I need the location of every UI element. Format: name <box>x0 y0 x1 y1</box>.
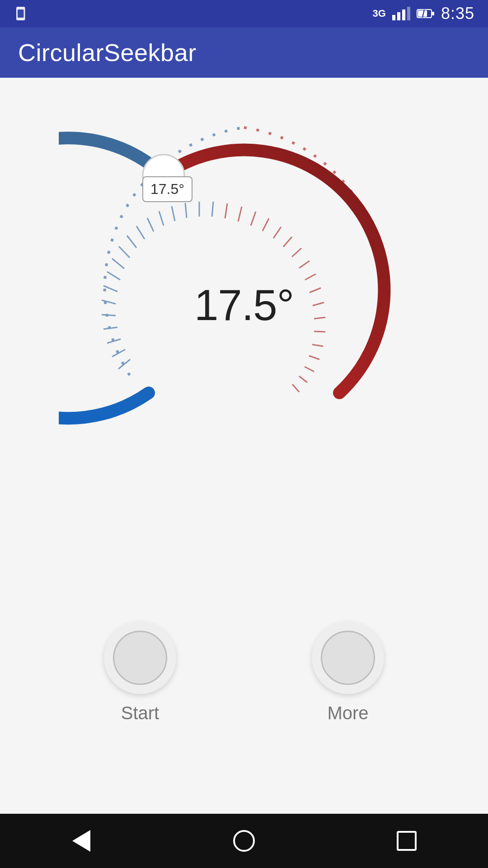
svg-rect-7 <box>432 12 434 15</box>
svg-line-14 <box>102 315 116 316</box>
svg-line-32 <box>273 227 281 238</box>
svg-line-21 <box>136 226 145 239</box>
gauge-center-value: 17.5° <box>194 280 294 330</box>
gauge-tooltip-value: 17.5° <box>150 181 184 197</box>
svg-line-25 <box>185 203 187 218</box>
svg-line-30 <box>251 212 256 226</box>
svg-line-24 <box>172 206 175 221</box>
main-content: 17.5° 17.5° Start More <box>0 78 488 814</box>
svg-line-18 <box>112 259 124 269</box>
nav-recents-button[interactable] <box>389 823 425 859</box>
svg-line-27 <box>212 202 213 217</box>
svg-line-40 <box>314 331 325 332</box>
status-time: 8:35 <box>441 4 474 23</box>
svg-rect-2 <box>392 15 395 20</box>
gauge-tooltip: 17.5° <box>142 176 192 202</box>
back-icon <box>72 830 90 852</box>
start-button[interactable]: Start <box>104 622 176 723</box>
svg-line-38 <box>313 302 324 306</box>
svg-line-10 <box>118 359 130 369</box>
home-icon <box>233 830 255 852</box>
svg-line-22 <box>147 218 154 231</box>
svg-line-29 <box>238 207 242 222</box>
svg-rect-1 <box>18 9 24 18</box>
svg-rect-5 <box>407 7 410 20</box>
sim-icon <box>14 5 30 22</box>
start-button-label: Start <box>121 703 159 723</box>
arc-red <box>164 150 384 393</box>
app-title: CircularSeekbar <box>18 38 197 66</box>
svg-line-39 <box>314 317 325 319</box>
nav-home-button[interactable] <box>226 823 262 859</box>
status-bar: 3G 8:35 <box>0 0 488 27</box>
svg-line-35 <box>299 261 310 268</box>
start-button-circle[interactable] <box>104 622 176 694</box>
more-button-circle[interactable] <box>312 622 384 694</box>
svg-line-20 <box>127 236 136 248</box>
svg-line-28 <box>225 203 227 218</box>
svg-line-19 <box>119 246 130 258</box>
start-button-inner <box>113 631 167 685</box>
svg-line-37 <box>310 288 321 292</box>
svg-line-41 <box>312 344 323 346</box>
svg-line-33 <box>283 237 292 247</box>
svg-line-13 <box>103 327 117 329</box>
more-button[interactable]: More <box>312 622 384 723</box>
signal-icon <box>392 5 410 22</box>
svg-line-23 <box>159 211 164 226</box>
more-button-inner <box>321 631 375 685</box>
svg-line-36 <box>305 274 316 280</box>
buttons-area: Start More <box>0 622 488 723</box>
recents-icon <box>397 831 417 851</box>
svg-rect-4 <box>402 9 405 20</box>
status-icons: 3G 8:35 <box>373 4 474 23</box>
svg-line-44 <box>299 376 307 382</box>
svg-rect-3 <box>397 12 400 20</box>
gauge-container[interactable]: 17.5° 17.5° <box>59 105 429 476</box>
svg-line-17 <box>107 272 120 280</box>
network-type-label: 3G <box>373 8 386 19</box>
svg-line-31 <box>263 218 269 231</box>
svg-line-11 <box>112 349 125 357</box>
svg-line-43 <box>305 367 314 372</box>
svg-line-15 <box>102 300 116 304</box>
nav-back-button[interactable] <box>63 823 99 859</box>
nav-bar <box>0 814 488 868</box>
svg-line-45 <box>292 384 299 392</box>
app-bar: CircularSeekbar <box>0 27 488 78</box>
sim-area <box>14 5 30 22</box>
svg-line-34 <box>292 248 301 257</box>
more-button-label: More <box>327 703 368 723</box>
battery-icon <box>417 5 435 22</box>
svg-line-42 <box>309 356 319 359</box>
